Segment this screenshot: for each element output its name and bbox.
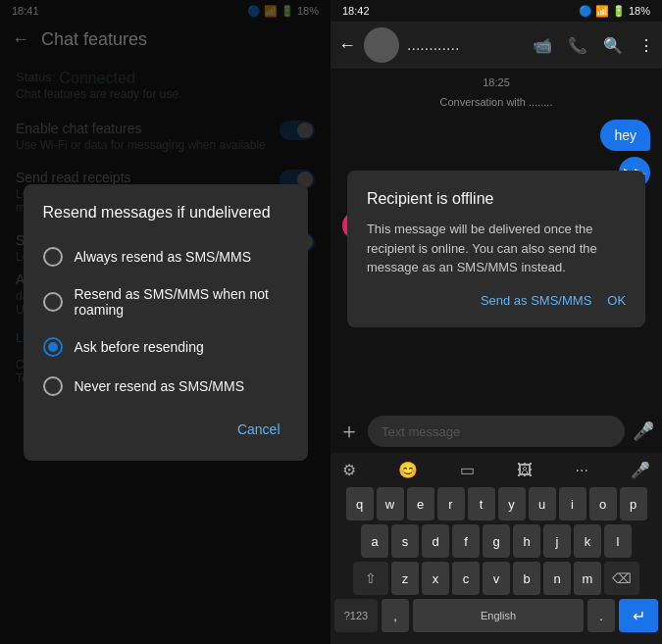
key-m[interactable]: m [574, 562, 601, 595]
key-o[interactable]: o [589, 487, 617, 520]
keyboard-emoji-icon[interactable]: 😊 [398, 461, 418, 479]
key-i[interactable]: i [559, 487, 586, 520]
key-w[interactable]: w [377, 487, 404, 520]
status-icons-right: 🔵 📶 🔋 18% [579, 5, 650, 18]
key-k[interactable]: k [574, 524, 601, 558]
radio-label-2: Ask before resending [75, 339, 204, 355]
key-p[interactable]: p [620, 487, 647, 520]
key-q[interactable]: q [346, 487, 374, 520]
sent-bubble-hey: hey [342, 120, 650, 151]
key-t[interactable]: t [468, 487, 495, 520]
more-options-icon[interactable]: ⋮ [638, 36, 654, 55]
bubble-text-hey: hey [600, 120, 650, 151]
key-u[interactable]: u [529, 487, 556, 520]
top-icons: 📹 📞 🔍 ⋮ [533, 36, 654, 55]
left-panel: 18:41 🔵 📶 🔋 18% ← Chat features Status: … [0, 0, 331, 644]
chat-area: 18:25 Conversation with ........ hey ▶▶ … [331, 69, 662, 410]
input-bar: ＋ Text message 🎤 [331, 410, 662, 453]
chat-time-label: 18:25 [342, 76, 650, 88]
offline-dialog-actions: Send as SMS/MMS OK [367, 293, 626, 308]
key-s[interactable]: s [391, 524, 419, 558]
keyboard-toolbar: ⚙ 😊 ▭ 🖼 ··· 🎤 [334, 457, 658, 483]
dialog-overlay-left: Resend messages if undelivered Always re… [0, 0, 331, 644]
keyboard-more-icon[interactable]: ··· [576, 462, 588, 479]
radio-option-2[interactable]: Ask before resending [43, 327, 288, 367]
status-bar-right: 18:42 🔵 📶 🔋 18% [331, 0, 662, 22]
contact-name: ............ [407, 36, 525, 54]
key-b[interactable]: b [513, 562, 540, 595]
key-period[interactable]: . [587, 599, 615, 632]
search-icon[interactable]: 🔍 [603, 36, 623, 55]
back-button-right[interactable]: ← [338, 35, 356, 56]
radio-circle-2 [43, 337, 63, 357]
key-shift[interactable]: ⇧ [353, 562, 388, 595]
keyboard-row-1: q w e r t y u i o p [334, 487, 658, 520]
radio-option-3[interactable]: Never resend as SMS/MMS [43, 367, 288, 406]
cancel-button[interactable]: Cancel [229, 418, 288, 441]
key-n[interactable]: n [543, 562, 571, 595]
radio-option-0[interactable]: Always resend as SMS/MMS [43, 237, 288, 276]
message-input[interactable]: Text message [368, 416, 625, 447]
ok-button[interactable]: OK [607, 293, 626, 308]
phone-call-icon[interactable]: 📞 [568, 36, 587, 55]
keyboard-gif-icon[interactable]: ▭ [460, 461, 475, 479]
keyboard-mic-icon[interactable]: 🎤 [631, 461, 650, 479]
message-placeholder: Text message [382, 424, 460, 439]
key-comma[interactable]: , [382, 599, 409, 632]
mic-button[interactable]: 🎤 [633, 421, 654, 442]
key-y[interactable]: y [498, 487, 526, 520]
add-attachment-button[interactable]: ＋ [338, 417, 360, 446]
radio-circle-0 [43, 247, 63, 267]
offline-dialog-title: Recipient is offline [367, 190, 626, 208]
key-r[interactable]: r [437, 487, 465, 520]
keyboard-row-3: ⇧ z x c v b n m ⌫ [334, 562, 658, 595]
radio-circle-1 [43, 292, 63, 312]
offline-dialog-body: This message will be delivered once the … [367, 220, 626, 277]
radio-circle-3 [43, 376, 63, 396]
key-l[interactable]: l [604, 524, 632, 558]
keyboard-area: ⚙ 😊 ▭ 🖼 ··· 🎤 q w e r t y u i o p a s d … [331, 453, 662, 644]
top-bar-right: ← ............ 📹 📞 🔍 ⋮ [331, 22, 662, 69]
key-e[interactable]: e [407, 487, 434, 520]
key-x[interactable]: x [422, 562, 449, 595]
dialog-title-left: Resend messages if undelivered [43, 204, 288, 222]
keyboard-row-4: ?123 , English . ↵ [334, 599, 658, 632]
conv-label: Conversation with ........ [342, 96, 650, 108]
keyboard-row-2: a s d f g h j k l [334, 524, 658, 558]
key-enter[interactable]: ↵ [619, 599, 658, 632]
radio-label-0: Always resend as SMS/MMS [75, 249, 252, 265]
key-j[interactable]: j [543, 524, 571, 558]
key-v[interactable]: v [483, 562, 510, 595]
key-space[interactable]: English [413, 599, 584, 632]
key-a[interactable]: a [361, 524, 388, 558]
send-sms-button[interactable]: Send as SMS/MMS [481, 293, 591, 308]
keyboard-sticker-icon[interactable]: 🖼 [517, 462, 533, 479]
time-right: 18:42 [342, 5, 370, 17]
keyboard-settings-icon[interactable]: ⚙ [342, 461, 356, 479]
video-call-icon[interactable]: 📹 [533, 36, 552, 55]
key-d[interactable]: d [422, 524, 449, 558]
key-z[interactable]: z [391, 562, 419, 595]
right-panel: 18:42 🔵 📶 🔋 18% ← ............ 📹 📞 🔍 ⋮ 1… [331, 0, 662, 644]
key-c[interactable]: c [452, 562, 480, 595]
resend-dialog: Resend messages if undelivered Always re… [24, 184, 308, 461]
dialog-actions-left: Cancel [43, 418, 288, 441]
key-g[interactable]: g [483, 524, 510, 558]
radio-label-1: Resend as SMS/MMS when not roaming [75, 286, 288, 318]
contact-avatar [364, 27, 399, 63]
key-h[interactable]: h [513, 524, 540, 558]
key-symbol-toggle[interactable]: ?123 [334, 599, 378, 632]
radio-label-3: Never resend as SMS/MMS [75, 378, 245, 394]
radio-option-1[interactable]: Resend as SMS/MMS when not roaming [43, 276, 288, 327]
offline-dialog: Recipient is offline This message will b… [347, 171, 645, 327]
key-f[interactable]: f [452, 524, 480, 558]
key-delete[interactable]: ⌫ [604, 562, 639, 595]
